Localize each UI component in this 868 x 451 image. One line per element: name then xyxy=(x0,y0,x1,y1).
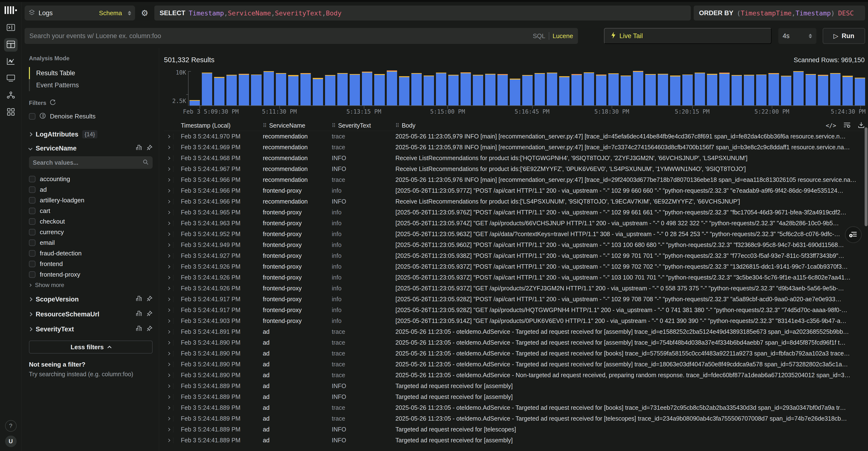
expand-chevron-icon[interactable] xyxy=(167,417,170,420)
log-row[interactable]: Feb 3 5:24:41.889 PM ad INFO Targeted ad… xyxy=(164,435,868,446)
histogram-bar[interactable] xyxy=(707,70,717,106)
expand-chevron-icon[interactable] xyxy=(167,395,170,398)
denoise-results-row[interactable]: Denoise Results xyxy=(29,112,153,120)
log-row[interactable]: Feb 3 5:24:41.952 PM frontend-proxy info… xyxy=(164,229,868,239)
histogram-bar[interactable] xyxy=(264,70,274,106)
column-header-timestamp[interactable]: Timestamp (Local) xyxy=(181,122,263,129)
log-row[interactable]: Feb 3 5:24:41.890 PM ad trace 2025-05-26… xyxy=(164,370,868,381)
service-checkbox[interactable] xyxy=(29,176,35,182)
histogram-bar[interactable] xyxy=(719,70,730,106)
log-row[interactable]: Feb 3 5:24:41.889 PM ad INFO Targeted ad… xyxy=(164,391,868,402)
service-filter-item[interactable]: email xyxy=(29,237,153,248)
refresh-icon[interactable] xyxy=(50,99,56,107)
drag-handle-icon[interactable]: ⠿ xyxy=(332,122,336,128)
histogram-bar[interactable] xyxy=(337,70,348,106)
histogram-bar[interactable] xyxy=(374,70,384,106)
histogram-bar[interactable] xyxy=(793,70,804,106)
service-checkbox[interactable] xyxy=(29,261,35,267)
denoise-checkbox[interactable] xyxy=(29,113,35,120)
filter-group-collapsed[interactable]: ScopeVersion xyxy=(29,292,153,307)
log-row[interactable]: Feb 3 5:24:41.969 PM recommendation trac… xyxy=(164,142,868,153)
user-avatar[interactable]: U xyxy=(5,435,17,447)
filter-group-logattributes[interactable]: LogAttributes {14} xyxy=(29,127,153,141)
expand-chevron-icon[interactable] xyxy=(167,373,170,377)
log-row[interactable]: Feb 3 5:24:41.890 PM ad trace 2025-05-26… xyxy=(164,337,868,348)
pin-icon[interactable] xyxy=(146,145,153,152)
service-checkbox[interactable] xyxy=(29,271,35,278)
histogram-bar[interactable] xyxy=(301,70,311,106)
log-row[interactable]: Feb 3 5:24:41.890 PM ad trace 2025-05-26… xyxy=(164,348,868,359)
log-row[interactable]: Feb 3 5:24:41.966 PM frontend-proxy info… xyxy=(164,185,868,196)
histogram-bar[interactable] xyxy=(239,70,249,106)
help-button[interactable]: ? xyxy=(5,420,17,432)
download-icon[interactable] xyxy=(858,122,865,130)
order-by-editor[interactable]: ORDER BY (TimestampTime, Timestamp)DESC xyxy=(694,5,865,21)
log-row[interactable]: Feb 3 5:24:41.966 PM recommendation INFO… xyxy=(164,196,868,207)
log-row[interactable]: Feb 3 5:24:41.963 PM frontend-proxy info… xyxy=(164,218,868,229)
log-row[interactable]: Feb 3 5:24:41.965 PM frontend-proxy info… xyxy=(164,207,868,218)
histogram-bar[interactable] xyxy=(682,70,693,106)
nav-chart-explorer[interactable] xyxy=(4,55,18,68)
expand-chevron-icon[interactable] xyxy=(167,232,170,236)
expand-chevron-icon[interactable] xyxy=(167,308,170,311)
expand-chevron-icon[interactable] xyxy=(167,330,170,333)
service-filter-item[interactable]: ad xyxy=(29,184,153,195)
histogram-bar[interactable] xyxy=(436,70,446,106)
nav-apps[interactable] xyxy=(4,106,18,119)
sql-select-editor[interactable]: SELECT Timestamp, ServiceName, SeverityT… xyxy=(154,5,691,21)
bar-chart-icon[interactable] xyxy=(136,295,142,303)
histogram-bar[interactable] xyxy=(695,70,705,106)
log-row[interactable]: Feb 3 5:24:41.903 PM frontend-proxy info… xyxy=(164,315,868,326)
histogram-bar[interactable] xyxy=(387,70,397,106)
service-search-input[interactable] xyxy=(33,159,143,166)
service-filter-item[interactable]: frontend xyxy=(29,259,153,269)
expand-chevron-icon[interactable] xyxy=(167,406,170,409)
histogram-bar[interactable] xyxy=(350,70,360,106)
histogram-bar[interactable] xyxy=(399,70,409,106)
expand-chevron-icon[interactable] xyxy=(167,189,170,192)
histogram-bar[interactable] xyxy=(534,70,545,106)
expand-chevron-icon[interactable] xyxy=(167,352,170,355)
service-value-search[interactable] xyxy=(29,156,153,169)
histogram-bar[interactable] xyxy=(633,70,643,106)
histogram-bar[interactable] xyxy=(768,70,779,106)
histogram-bar[interactable] xyxy=(584,70,594,106)
log-row[interactable]: Feb 3 5:24:41.891 PM ad trace 2025-05-26… xyxy=(164,326,868,337)
service-checkbox[interactable] xyxy=(29,218,35,225)
histogram-bar[interactable] xyxy=(806,70,816,106)
analysis-mode-item[interactable]: Results Table xyxy=(29,67,153,79)
analysis-mode-item[interactable]: Event Patterns xyxy=(29,79,153,91)
histogram-bar[interactable] xyxy=(645,70,656,106)
less-filters-button[interactable]: Less filters xyxy=(29,340,153,354)
service-checkbox[interactable] xyxy=(29,239,35,246)
log-row[interactable]: Feb 3 5:24:41.949 PM frontend-proxy info… xyxy=(164,239,868,250)
bar-chart-icon[interactable] xyxy=(136,145,142,152)
service-filter-item[interactable]: frontend-proxy xyxy=(29,269,153,280)
query-language-toggle[interactable]: SQL Lucene xyxy=(533,32,573,40)
histogram-bar[interactable] xyxy=(547,70,557,106)
histogram-bar[interactable] xyxy=(411,70,422,106)
histogram-bars[interactable] xyxy=(189,70,865,106)
nav-dashboards[interactable] xyxy=(4,72,18,85)
log-row[interactable]: Feb 3 5:24:41.889 PM ad trace 2025-05-26… xyxy=(164,413,868,424)
log-row[interactable]: Feb 3 5:24:41.889 PM ad trace 2025-05-26… xyxy=(164,402,868,413)
service-filter-item[interactable]: accounting xyxy=(29,174,153,184)
histogram-bar[interactable] xyxy=(571,70,582,106)
histogram-bar[interactable] xyxy=(781,70,791,106)
events-histogram[interactable]: 10K 2.5K Feb 3 5:09:30 PM 5:11:30 PM xyxy=(164,70,868,115)
expand-chevron-icon[interactable] xyxy=(167,211,170,214)
service-checkbox[interactable] xyxy=(29,229,35,235)
histogram-bar[interactable] xyxy=(485,70,495,106)
service-checkbox[interactable] xyxy=(29,186,35,193)
histogram-bar[interactable] xyxy=(596,70,607,106)
nav-search[interactable] xyxy=(4,21,18,35)
service-filter-item[interactable]: artillery-loadgen xyxy=(29,195,153,206)
log-row[interactable]: Feb 3 5:24:41.890 PM ad trace 2025-05-26… xyxy=(164,359,868,370)
histogram-bar[interactable] xyxy=(830,70,840,106)
expand-chevron-icon[interactable] xyxy=(167,439,170,442)
histogram-bar[interactable] xyxy=(497,70,508,106)
log-row[interactable]: Feb 3 5:24:41.968 PM recommendation INFO… xyxy=(164,153,868,163)
histogram-bar[interactable] xyxy=(842,70,853,106)
expand-chevron-icon[interactable] xyxy=(167,156,170,160)
histogram-bar[interactable] xyxy=(226,70,237,106)
